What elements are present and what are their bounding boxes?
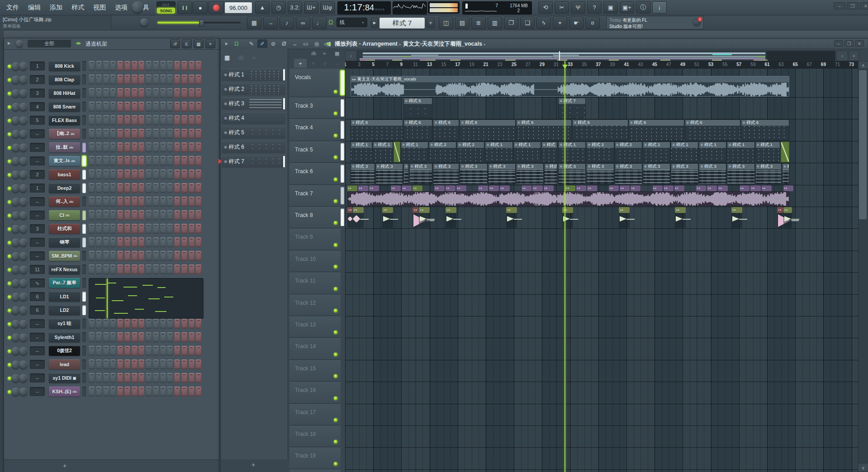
channel-button-FLEX Bass[interactable]: FLEX Bass	[49, 115, 80, 125]
track7-clip-header[interactable]: ↦	[707, 185, 717, 191]
step-cell-11[interactable]	[160, 129, 166, 139]
step-cell-2[interactable]	[96, 75, 102, 85]
step-cell-1[interactable]	[89, 373, 95, 383]
step-cell-4[interactable]	[110, 332, 116, 342]
channel-mute-strip[interactable]	[82, 373, 86, 383]
menu-item-2[interactable]: 添加	[45, 4, 67, 12]
channel-number[interactable]: --	[30, 387, 45, 396]
step-cell-15[interactable]	[189, 156, 194, 166]
cut-tool-button[interactable]: ✂	[555, 1, 569, 14]
channel-pan-knob[interactable]	[12, 171, 19, 179]
channel-number[interactable]: --	[30, 143, 45, 152]
step-cell-7[interactable]	[132, 61, 138, 71]
step-cell-4[interactable]	[110, 156, 116, 166]
step-cell-14[interactable]	[181, 61, 187, 71]
pattern-clip[interactable]: ≡样式 1	[373, 142, 394, 162]
step-cell-12[interactable]	[167, 197, 173, 207]
step-editor-button[interactable]: ▦	[247, 17, 261, 29]
track-options-dots[interactable]: ···	[296, 119, 301, 123]
step-cell-15[interactable]	[189, 237, 194, 247]
oscilloscope[interactable]	[393, 1, 427, 14]
step-cell-6[interactable]	[124, 251, 130, 261]
step-cell-6[interactable]	[124, 61, 130, 71]
channel-volume-knob[interactable]	[19, 334, 27, 341]
audio-stab-clip[interactable]: ↦	[347, 207, 352, 228]
picker-tab-patterns[interactable]: ▦	[224, 54, 230, 61]
delete-tool-button[interactable]: ⊘	[268, 39, 278, 48]
step-cell-7[interactable]	[132, 359, 138, 369]
pattern-clip[interactable]: ≡样式 6	[433, 119, 459, 140]
step-cell-4[interactable]	[110, 237, 116, 247]
channel-mute-strip[interactable]	[82, 129, 86, 139]
track7-clip-header[interactable]: ↦	[750, 185, 760, 191]
about-button[interactable]: ⓘ	[636, 1, 650, 14]
draw-tool-button[interactable]: ✎	[247, 39, 256, 48]
channel-mute-strip[interactable]	[82, 142, 86, 152]
step-cell-11[interactable]	[160, 387, 166, 396]
channel-button-Deep2[interactable]: Deep2	[49, 183, 80, 193]
channel-pan-knob[interactable]	[12, 334, 19, 341]
step-cell-16[interactable]	[195, 237, 201, 247]
channel-number[interactable]: --	[30, 319, 45, 328]
pat-song-toggle[interactable]: PAT SONG	[157, 1, 175, 14]
step-cell-14[interactable]	[181, 210, 187, 220]
step-cell-4[interactable]	[110, 359, 116, 369]
scroll-up-button[interactable]: ∧	[858, 61, 868, 69]
step-cell-10[interactable]	[153, 251, 159, 261]
step-cell-2[interactable]	[96, 264, 102, 274]
step-cell-9[interactable]	[146, 197, 152, 207]
pattern-clip[interactable]: ≡样式 1	[699, 142, 726, 162]
tempo-display[interactable]: 96.000	[224, 2, 252, 14]
step-cell-3[interactable]	[103, 387, 109, 396]
step-cell-4[interactable]	[110, 183, 116, 193]
step-cell-4[interactable]	[110, 251, 116, 261]
step-cell-13[interactable]	[174, 61, 180, 71]
step-cell-1[interactable]	[89, 264, 95, 274]
step-cell-12[interactable]	[167, 156, 173, 166]
channel-mute-strip[interactable]	[82, 115, 86, 125]
pattern-clip[interactable]: ≡样式 2	[429, 142, 456, 162]
step-cell-4[interactable]	[110, 373, 116, 383]
step-cell-3[interactable]	[103, 237, 109, 247]
channel-number[interactable]: --	[30, 129, 45, 138]
mute-tool-button[interactable]: Ø	[279, 39, 289, 48]
step-cell-16[interactable]	[195, 224, 201, 234]
step-cell-15[interactable]	[189, 251, 194, 261]
update-notification[interactable]: Today 有更新的 FL Studio 版本可用! 2	[606, 16, 704, 29]
step-cell-13[interactable]	[174, 75, 180, 85]
step-cell-12[interactable]	[167, 346, 173, 356]
track7-clip-header[interactable]: ↦	[718, 185, 728, 191]
step-cell-6[interactable]	[124, 373, 130, 383]
track-header-track-18[interactable]: ···Track 18	[289, 425, 341, 447]
step-cell-1[interactable]	[89, 156, 95, 166]
channel-volume-knob[interactable]	[19, 198, 27, 206]
pattern-clip[interactable]: ≡样式 3	[643, 163, 670, 184]
automation-clip[interactable]	[781, 142, 789, 162]
step-cell-3[interactable]	[103, 332, 109, 342]
step-cell-10[interactable]	[153, 346, 159, 356]
audio-stab-clip[interactable]: ↦	[619, 207, 630, 228]
track-led[interactable]	[334, 134, 337, 137]
track-mute-strip[interactable]	[341, 143, 344, 160]
pattern-item-1[interactable]: ≡样式 1	[222, 69, 285, 81]
track-header-track-14[interactable]: ···Track 14	[289, 338, 341, 359]
step-cell-1[interactable]	[89, 129, 95, 139]
channel-mute-strip[interactable]	[82, 319, 86, 329]
step-cell-13[interactable]	[174, 156, 180, 166]
channel-button-Par..7 频率[interactable]: Par..7 频率	[49, 278, 80, 288]
channel-button-808 Kick[interactable]: 808 Kick	[49, 61, 80, 71]
add-arrangement-tab-button[interactable]: +	[294, 59, 307, 68]
overview-scroll-left-button[interactable]: ‹	[345, 51, 357, 61]
playlist-grid[interactable]: ↦黄文文-天在哭泣下着雨_vocals≡样式 5≡样式 7≡样式 6≡样式 6≡…	[345, 69, 858, 472]
pattern-clip[interactable]: ≡样式 6	[351, 119, 403, 140]
step-cell-7[interactable]	[132, 183, 138, 193]
channel-pan-knob[interactable]	[12, 157, 19, 165]
channel-volume-knob[interactable]	[19, 239, 27, 246]
step-cell-10[interactable]	[153, 115, 159, 125]
track7-clip-header[interactable]: ↦	[478, 185, 488, 191]
step-cell-10[interactable]	[153, 387, 159, 396]
pattern-clip[interactable]: ≡样式 5	[403, 98, 432, 118]
pattern-clip[interactable]: ≡样式 6	[629, 119, 684, 140]
channel-mute-strip[interactable]	[82, 359, 86, 369]
pattern-clip[interactable]: ≡样式 3	[409, 163, 433, 184]
